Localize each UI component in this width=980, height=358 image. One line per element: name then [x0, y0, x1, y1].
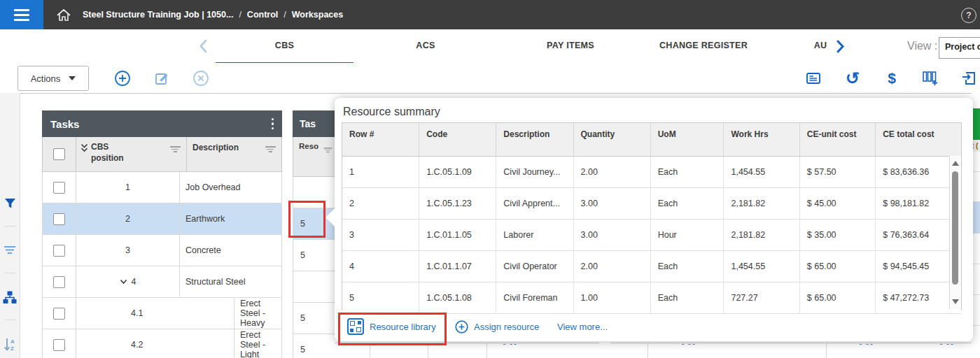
row-checkbox[interactable] [53, 213, 65, 225]
resource-library-button[interactable]: Resource library [347, 317, 436, 336]
scroll-up-icon[interactable] [952, 161, 959, 166]
breadcrumb-workspaces[interactable]: Workspaces [292, 10, 343, 20]
row-checkbox[interactable] [53, 245, 65, 257]
filter-icon[interactable] [0, 195, 20, 212]
column-label: Reso [299, 142, 318, 150]
table-row-selected[interactable]: 2 Earthwork [42, 203, 282, 235]
table-row[interactable]: 1 Job Overhead [42, 172, 282, 203]
svg-text:A: A [10, 338, 15, 345]
table-row[interactable]: 41.C.01.1.07 Civil Operator2.00 Each1,45… [342, 251, 961, 282]
mini-panel-header: Tas [293, 110, 335, 137]
breadcrumb-control[interactable]: Control [247, 10, 278, 20]
column-header-quantity[interactable]: Quantity [574, 123, 651, 156]
undo-icon[interactable]: ↺ [844, 69, 862, 87]
tabs-scroll-right-icon[interactable] [836, 40, 845, 56]
table-row[interactable]: 3 Concrete [42, 235, 282, 266]
tab-acs[interactable]: ACS [416, 29, 435, 62]
view-select[interactable]: Project c [939, 37, 980, 59]
breadcrumb-separator: / [278, 10, 291, 20]
tab-au[interactable]: AU [814, 29, 827, 62]
tasks-grid-panel: Tasks CBS position Description 1 Job Ove… [42, 110, 282, 358]
cbs-position-value: 2 [125, 214, 130, 224]
row-checkbox[interactable] [53, 308, 65, 320]
resource-count-cell[interactable] [293, 177, 335, 208]
row-checkbox[interactable] [53, 276, 65, 288]
table-row[interactable]: 4.1 Erect Steel - Heavy [42, 298, 282, 329]
help-icon[interactable]: ? [961, 8, 976, 23]
hamburger-menu-icon[interactable] [0, 0, 43, 29]
row-filter-lines-icon[interactable] [0, 242, 20, 259]
column-filter-icon[interactable] [265, 146, 276, 153]
hierarchy-icon[interactable] [0, 289, 20, 306]
cbs-position-value: 4 [132, 277, 136, 287]
column-header-work-hrs[interactable]: Work Hrs [724, 123, 799, 156]
assign-resource-button[interactable]: Assign resource [455, 317, 539, 336]
resource-library-icon [347, 318, 364, 335]
column-header-row-number[interactable]: Row # [342, 123, 419, 156]
home-icon[interactable] [49, 0, 78, 29]
expand-chevron-icon[interactable] [120, 279, 127, 285]
table-row[interactable]: 11.C.05.1.09 Civil Journey...2.00 Each1,… [342, 157, 961, 188]
left-utility-rail: AZ [0, 93, 20, 358]
column-header-ce-total-cost[interactable]: CE total cost [876, 123, 961, 156]
view-label: View : [907, 29, 937, 63]
resource-count-cell[interactable]: 5 [293, 334, 335, 358]
kebab-menu-icon[interactable] [272, 118, 274, 130]
collapse-all-icon[interactable] [80, 143, 88, 152]
tab-cbs[interactable]: CBS [216, 29, 354, 64]
clipped-number-fragment: 0.00 [681, 343, 696, 345]
sort-az-icon[interactable]: AZ [0, 336, 20, 353]
row-checkbox[interactable] [53, 182, 65, 194]
tabs-scroll-left-icon[interactable] [199, 39, 207, 56]
add-column-icon[interactable] [921, 69, 939, 87]
details-list-icon[interactable] [804, 69, 822, 87]
column-header-uom[interactable]: UoM [651, 123, 724, 156]
scroll-down-icon[interactable] [952, 299, 959, 304]
column-header-description[interactable]: Description [187, 137, 281, 171]
tab-change-register[interactable]: CHANGE REGISTER [659, 29, 748, 62]
tasks-panel-title: Tasks [50, 118, 79, 130]
actions-label: Actions [31, 73, 61, 84]
plus-circle-icon [455, 320, 468, 334]
description-value: Structural Steel [186, 277, 245, 287]
cbs-position-value: 4.1 [131, 308, 143, 318]
rail-divider [4, 273, 15, 273]
column-header-code[interactable]: Code [419, 123, 496, 156]
column-filter-icon[interactable] [323, 148, 332, 153]
edit-icon[interactable] [153, 69, 171, 87]
actions-dropdown-button[interactable]: Actions [18, 66, 89, 91]
tab-pay-items[interactable]: PAY ITEMS [547, 29, 594, 62]
column-header-description[interactable]: Description [496, 123, 573, 156]
view-more-link[interactable]: View more... [557, 317, 608, 336]
table-row[interactable]: 21.C.05.1.23 Civil Apprent...3.00 Each2,… [342, 188, 961, 220]
vertical-scrollbar[interactable] [949, 156, 961, 309]
breadcrumb-job[interactable]: Steel Structure Training Job | 1050... [83, 10, 233, 20]
table-row[interactable]: 4.2 Erect Steel - Light [42, 329, 282, 358]
cbs-position-value: 3 [125, 245, 130, 255]
delete-icon[interactable] [192, 69, 210, 87]
view-more-label: View more... [557, 322, 608, 332]
resource-count-cell[interactable]: 5 [293, 240, 335, 271]
table-row[interactable]: 4 Structural Steel [42, 266, 282, 298]
column-header-cbs-position[interactable]: CBS position [76, 137, 187, 171]
column-header-resources[interactable]: Reso [293, 137, 335, 177]
table-row[interactable]: 31.C.01.1.05 Laborer3.00 Hour2,181.82 $ … [342, 220, 961, 251]
column-header-ce-unit-cost[interactable]: CE-unit cost [800, 123, 876, 156]
currency-icon[interactable]: $ [883, 69, 901, 87]
workspace-tab-bar: CBS ACS PAY ITEMS CHANGE REGISTER AU Vie… [0, 29, 980, 64]
add-icon[interactable] [113, 69, 132, 87]
svg-text:Z: Z [10, 345, 14, 352]
export-icon[interactable] [960, 69, 979, 87]
rail-divider [4, 320, 15, 320]
assign-resource-label: Assign resource [474, 322, 539, 332]
resource-count-cell[interactable]: 5 [293, 303, 335, 334]
resource-count-cell[interactable] [293, 271, 335, 303]
scrollbar-thumb[interactable] [952, 171, 958, 285]
description-value: Job Overhead [186, 182, 241, 192]
column-label: Description [192, 143, 239, 152]
table-row[interactable]: 51.C.05.1.08 Civil Foreman1.00 Each727.2… [342, 282, 961, 314]
resource-summary-popup: Resource summary Row # Code Description … [335, 98, 973, 341]
column-filter-icon[interactable] [169, 146, 181, 153]
select-all-checkbox[interactable] [53, 148, 65, 160]
row-checkbox[interactable] [53, 339, 65, 351]
